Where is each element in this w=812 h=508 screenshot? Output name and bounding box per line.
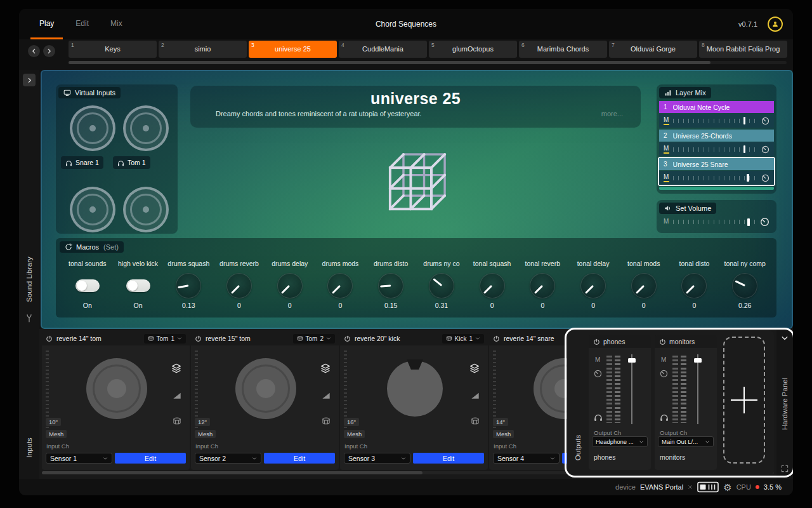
preset-slot[interactable]: 2 simio: [159, 41, 247, 58]
macro-knob[interactable]: [732, 273, 757, 298]
layers-icon[interactable]: [320, 363, 331, 373]
sidebar-expand-button[interactable]: [23, 74, 36, 86]
drum-icon[interactable]: [173, 417, 181, 425]
preset-slot[interactable]: 3 universe 25: [249, 41, 337, 58]
gain-icon[interactable]: [173, 391, 181, 400]
output-route-dropdown[interactable]: Headphone ...: [592, 436, 648, 447]
pad-type-dropdown[interactable]: Tom 1: [144, 334, 186, 344]
power-icon[interactable]: [593, 338, 600, 345]
inputs-scrollbar-handle[interactable]: [42, 471, 422, 474]
sensor-dropdown[interactable]: Sensor 1: [46, 453, 112, 464]
pan-knob-icon[interactable]: [761, 117, 769, 125]
drum-icon[interactable]: [471, 417, 480, 425]
set-mute-button[interactable]: M: [664, 218, 669, 227]
output-volume-slider[interactable]: [627, 354, 637, 424]
macro-knob[interactable]: [429, 273, 454, 298]
layer-volume-slider[interactable]: [673, 145, 757, 153]
preset-slot[interactable]: 4 CuddleMania: [339, 41, 427, 58]
headphone-icon[interactable]: [660, 413, 669, 422]
drum-pad-graphic[interactable]: [387, 361, 443, 417]
layer-name-row[interactable]: 3 Universe 25 Snare: [659, 158, 774, 170]
layer-name-row[interactable]: 2 Universe 25-Chords: [659, 130, 774, 142]
edit-button[interactable]: Edit: [115, 453, 186, 464]
layer-item[interactable]: 1 Olduvai Note Cycle M: [659, 101, 774, 128]
pan-knob-icon[interactable]: [760, 217, 769, 227]
power-icon[interactable]: [344, 335, 351, 342]
tab[interactable]: Mix: [102, 9, 131, 39]
headphone-icon[interactable]: [594, 413, 603, 422]
macro-knob[interactable]: [480, 273, 505, 298]
layer-4-peek[interactable]: [659, 187, 774, 190]
settings-gear-icon[interactable]: ⚙: [723, 483, 731, 492]
macro-knob[interactable]: [580, 273, 606, 298]
gain-icon[interactable]: [471, 391, 480, 400]
layer-volume-slider[interactable]: [673, 117, 757, 124]
gain-icon[interactable]: [322, 391, 331, 400]
more-link[interactable]: more...: [601, 110, 623, 117]
set-volume-slider[interactable]: [673, 218, 756, 226]
layer-item[interactable]: 2 Universe 25-Chords M: [659, 130, 774, 156]
slider-handle[interactable]: [743, 145, 746, 153]
drum-pad-graphic[interactable]: [235, 358, 296, 419]
slider-handle[interactable]: [743, 117, 746, 124]
power-icon[interactable]: [493, 335, 500, 342]
mute-button[interactable]: M: [664, 173, 669, 182]
pad-type-dropdown[interactable]: Kick 1: [442, 334, 484, 344]
edit-button[interactable]: Edit: [413, 453, 484, 464]
preset-next-button[interactable]: [43, 45, 55, 57]
macro-knob[interactable]: [327, 273, 353, 298]
macro-toggle[interactable]: [126, 279, 150, 292]
mute-button[interactable]: M: [661, 356, 666, 363]
pan-knob-icon[interactable]: [761, 174, 769, 182]
layer-volume-slider[interactable]: [673, 174, 757, 182]
output-route-dropdown[interactable]: Main Out L/...: [658, 436, 714, 447]
macro-knob[interactable]: [277, 273, 303, 298]
virtual-pad-3[interactable]: [70, 187, 115, 232]
macro-knob[interactable]: [378, 273, 403, 298]
pan-knob-icon[interactable]: [594, 370, 602, 378]
expand-icon[interactable]: [781, 465, 789, 472]
macro-toggle[interactable]: [75, 279, 100, 292]
preset-slot[interactable]: 6 Marimba Chords: [519, 41, 607, 58]
pan-knob-icon[interactable]: [660, 370, 668, 378]
portal-device-icon[interactable]: [697, 481, 719, 493]
macro-knob[interactable]: [530, 273, 555, 298]
power-icon[interactable]: [195, 335, 202, 342]
mute-button[interactable]: M: [595, 356, 600, 363]
power-icon[interactable]: [46, 335, 53, 342]
edit-button[interactable]: Edit: [264, 453, 335, 464]
preset-slot[interactable]: 1 Keys: [69, 41, 157, 58]
power-icon[interactable]: [659, 338, 666, 345]
sensor-dropdown[interactable]: Sensor 2: [195, 453, 261, 464]
preset-slot[interactable]: 8 Moon Rabbit Folia Prog: [699, 41, 787, 58]
macro-knob[interactable]: [681, 273, 707, 298]
preset-slot[interactable]: 5 glumOctopus: [429, 41, 517, 58]
macro-knob[interactable]: [176, 273, 201, 298]
mute-button[interactable]: M: [664, 116, 669, 125]
output-volume-slider[interactable]: [693, 354, 703, 424]
slider-handle[interactable]: [747, 174, 749, 182]
virtual-pad-label-tom[interactable]: Tom 1: [113, 156, 150, 169]
tab[interactable]: Play: [30, 9, 63, 39]
layer-name-row[interactable]: 1 Olduvai Note Cycle: [659, 101, 774, 113]
virtual-pad-label-snare[interactable]: Snare 1: [61, 156, 103, 169]
drum-pad-graphic[interactable]: [86, 358, 147, 419]
pan-knob-icon[interactable]: [761, 145, 769, 154]
slider-handle[interactable]: [747, 218, 750, 226]
collapse-chevron-icon[interactable]: [781, 334, 789, 342]
account-button[interactable]: [768, 17, 783, 32]
mute-button[interactable]: M: [664, 145, 669, 154]
preset-scrollbar-handle[interactable]: [69, 61, 710, 64]
virtual-pad-4[interactable]: [123, 187, 169, 232]
preset-scrollbar[interactable]: [69, 61, 787, 64]
tuning-fork-icon[interactable]: [25, 314, 34, 323]
macro-knob[interactable]: [631, 273, 657, 298]
drum-icon[interactable]: [322, 417, 331, 425]
virtual-pad-tom[interactable]: [123, 105, 169, 151]
add-output-button[interactable]: [723, 337, 765, 464]
preset-slot[interactable]: 7 Olduvai Gorge: [609, 41, 697, 58]
macros-set-label[interactable]: (Set): [103, 243, 119, 251]
slider-handle[interactable]: [694, 358, 702, 363]
preset-prev-button[interactable]: [28, 45, 40, 57]
sensor-dropdown[interactable]: Sensor 3: [344, 453, 410, 464]
